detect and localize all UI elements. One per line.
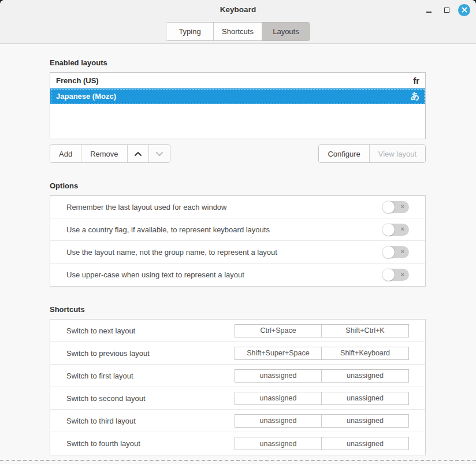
tab-typing[interactable]: Typing (166, 23, 214, 40)
shortcuts-box: Switch to next layout Ctrl+Space Shift+C… (50, 319, 426, 455)
keyboard-settings-window: Keyboard Typing Shortcuts Layouts (0, 0, 476, 464)
shortcut-label: Switch to second layout (66, 394, 146, 403)
layout-list-item-selected[interactable]: Japanese (Mozc) あ (50, 88, 425, 104)
keybinding-button[interactable]: unassigned (322, 392, 408, 404)
layout-name: Japanese (Mozc) (56, 92, 116, 101)
keybinding-button[interactable]: unassigned (322, 437, 408, 450)
keybinding-group: Shift+Super+Space Shift+Keyboard (235, 347, 409, 360)
toggle-knob (382, 201, 395, 213)
tab-group: Typing Shortcuts Layouts (166, 22, 310, 41)
shortcut-label: Switch to previous layout (66, 349, 150, 358)
layout-indicator-badge: fr (413, 76, 419, 86)
view-layout-button[interactable]: View layout (370, 145, 425, 162)
shortcut-label: Switch to fourth layout (66, 439, 140, 448)
option-label: Use a country flag, if available, to rep… (66, 225, 270, 234)
enabled-layouts-list: French (US) fr Japanese (Mozc) あ (50, 72, 426, 139)
shortcut-row-previous-layout: Switch to previous layout Shift+Super+Sp… (50, 342, 425, 365)
chevron-down-icon (155, 151, 163, 157)
keybinding-button[interactable]: Shift+Keyboard (322, 347, 408, 359)
option-row-remember-last-layout: Remember the last layout used for each w… (50, 196, 425, 218)
keybinding-button[interactable]: unassigned (322, 415, 408, 427)
configure-button-group: Configure View layout (318, 144, 426, 163)
edit-button-group: Add Remove (50, 144, 170, 163)
close-button[interactable] (458, 4, 470, 16)
maximize-icon (444, 8, 449, 13)
window-title: Keyboard (0, 5, 476, 14)
shortcut-label: Switch to next layout (66, 326, 135, 335)
option-row-upper-case: Use upper-case when using text to repres… (50, 263, 425, 286)
maximize-button[interactable] (440, 3, 453, 16)
minimize-button[interactable] (422, 3, 435, 16)
spacer (50, 163, 426, 181)
shortcut-row-second-layout: Switch to second layout unassigned unass… (50, 387, 425, 410)
toggle-switch-off[interactable]: × (382, 224, 409, 236)
move-down-button[interactable] (149, 145, 170, 162)
keybinding-button[interactable]: unassigned (235, 415, 322, 427)
chevron-up-icon (134, 151, 142, 157)
add-layout-button[interactable]: Add (50, 145, 81, 162)
option-label: Use upper-case when using text to repres… (66, 270, 244, 279)
toggle-knob (382, 269, 395, 281)
shortcut-label: Switch to first layout (66, 372, 133, 380)
tab-shortcuts[interactable]: Shortcuts (214, 23, 262, 40)
keybinding-group: unassigned unassigned (235, 369, 409, 383)
layout-list-item[interactable]: French (US) fr (50, 73, 425, 88)
options-heading: Options (50, 181, 426, 190)
keybinding-button[interactable]: unassigned (322, 370, 408, 382)
layouts-page: Enabled layouts French (US) fr Japanese … (0, 44, 476, 455)
keybinding-button[interactable]: unassigned (235, 370, 322, 382)
keybinding-button[interactable]: Shift+Ctrl+K (322, 325, 408, 337)
options-box: Remember the last layout used for each w… (50, 195, 426, 287)
toggle-off-icon: × (401, 248, 404, 255)
option-label: Remember the last layout used for each w… (66, 203, 226, 211)
keybinding-group: Ctrl+Space Shift+Ctrl+K (235, 324, 409, 337)
remove-layout-button[interactable]: Remove (81, 145, 127, 162)
toggle-knob (382, 224, 395, 236)
toggle-switch-off[interactable]: × (382, 269, 409, 281)
titlebar[interactable]: Keyboard (0, 0, 476, 20)
shortcut-label: Switch to third layout (66, 417, 136, 425)
toggle-knob (382, 246, 395, 258)
keybinding-button[interactable]: Ctrl+Space (235, 325, 322, 337)
toggle-off-icon: × (401, 226, 404, 232)
enabled-layouts-heading: Enabled layouts (50, 58, 426, 67)
layout-list-toolbar: Add Remove Configure View layout (50, 144, 426, 163)
toggle-off-icon: × (401, 203, 404, 210)
tab-bar: Typing Shortcuts Layouts (0, 22, 476, 41)
minimize-icon (426, 12, 432, 13)
move-up-button[interactable] (128, 145, 149, 162)
close-icon (462, 7, 467, 13)
layout-name: French (US) (56, 76, 99, 85)
layout-indicator-badge: あ (411, 91, 419, 102)
window-controls (422, 3, 470, 17)
keybinding-button[interactable]: unassigned (235, 392, 322, 404)
content-overflow-indicator (0, 460, 476, 461)
keybinding-group: unassigned unassigned (235, 414, 409, 428)
configure-button[interactable]: Configure (319, 145, 369, 162)
toggle-switch-off[interactable]: × (382, 201, 409, 213)
keybinding-group: unassigned unassigned (235, 437, 409, 450)
shortcut-row-fourth-layout: Switch to fourth layout unassigned unass… (50, 432, 425, 455)
toggle-switch-off[interactable]: × (382, 246, 409, 258)
spacer (50, 287, 426, 305)
option-row-layout-name: Use the layout name, not the group name,… (50, 241, 425, 263)
keybinding-button[interactable]: Shift+Super+Space (235, 347, 322, 359)
window-header: Keyboard Typing Shortcuts Layouts (0, 0, 476, 44)
option-row-country-flag: Use a country flag, if available, to rep… (50, 218, 425, 241)
option-label: Use the layout name, not the group name,… (66, 248, 277, 257)
shortcuts-heading: Shortcuts (50, 305, 426, 314)
shortcut-row-next-layout: Switch to next layout Ctrl+Space Shift+C… (50, 320, 425, 342)
tab-layouts[interactable]: Layouts (262, 23, 310, 40)
shortcut-row-first-layout: Switch to first layout unassigned unassi… (50, 365, 425, 387)
keybinding-button[interactable]: unassigned (235, 437, 322, 450)
keybinding-group: unassigned unassigned (235, 392, 409, 405)
toggle-off-icon: × (401, 272, 404, 278)
shortcut-row-third-layout: Switch to third layout unassigned unassi… (50, 410, 425, 432)
